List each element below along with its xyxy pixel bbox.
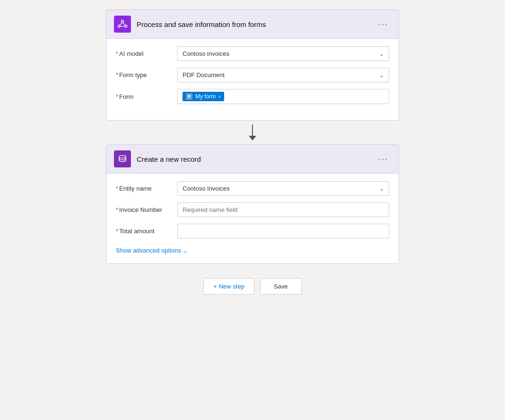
entity-name-control: Contoso Invoices ⌄ <box>177 181 389 196</box>
step2-card: Create a new record ··· *Entity name Con… <box>106 144 399 264</box>
step1-body: *AI model Contoso invoices ⌄ *Form type … <box>106 39 399 120</box>
save-button[interactable]: Save <box>260 278 302 295</box>
form-tag-input[interactable]: My form × <box>177 89 389 104</box>
entity-name-chevron-icon: ⌄ <box>379 185 384 192</box>
ai-model-required: * <box>116 50 118 57</box>
total-amount-label: *Total amount <box>116 228 177 235</box>
form-tag-label: My form <box>195 93 216 100</box>
form-type-required: * <box>116 71 118 79</box>
connector-arrow <box>249 136 256 140</box>
form-type-control: PDF Document ⌄ <box>177 68 389 82</box>
entity-name-value: Contoso Invoices <box>183 185 230 192</box>
invoice-number-input[interactable] <box>177 202 389 217</box>
total-amount-input[interactable] <box>177 224 389 238</box>
form-tag: My form × <box>183 92 224 101</box>
ai-model-select[interactable]: Contoso invoices ⌄ <box>177 46 389 61</box>
connector-line <box>252 124 253 136</box>
step2-menu-button[interactable]: ··· <box>375 153 391 165</box>
invoice-number-label: *Invoice Number <box>116 206 177 213</box>
invoice-number-required: * <box>116 206 118 213</box>
show-advanced-chevron-icon: ⌄ <box>183 247 188 254</box>
ai-builder-icon <box>117 19 128 29</box>
form-control: My form × <box>177 89 389 104</box>
flow-container: Process and save information from forms … <box>106 9 399 295</box>
total-amount-row: *Total amount <box>116 224 389 238</box>
show-advanced-button[interactable]: Show advanced options ⌄ <box>116 247 188 254</box>
form-type-chevron-icon: ⌄ <box>379 72 384 79</box>
total-amount-required: * <box>116 228 118 235</box>
show-advanced-label: Show advanced options <box>116 247 181 254</box>
form-label: *Form <box>116 93 177 100</box>
bottom-actions: + New step Save <box>203 278 301 295</box>
svg-point-7 <box>119 156 126 158</box>
step1-header: Process and save information from forms … <box>106 10 399 39</box>
form-type-value: PDF Document <box>183 71 225 79</box>
entity-name-required: * <box>116 185 118 192</box>
form-row: *Form My form × <box>116 89 389 104</box>
entity-name-select[interactable]: Contoso Invoices ⌄ <box>177 181 389 196</box>
form-type-select[interactable]: PDF Document ⌄ <box>177 68 389 82</box>
form-tag-close-button[interactable]: × <box>218 94 221 99</box>
new-step-button[interactable]: + New step <box>203 278 254 295</box>
step2-title: Create a new record <box>137 155 375 163</box>
entity-name-row: *Entity name Contoso Invoices ⌄ <box>116 181 389 196</box>
step1-title: Process and save information from forms <box>137 20 375 28</box>
svg-line-4 <box>122 22 125 26</box>
ai-model-control: Contoso invoices ⌄ <box>177 46 389 61</box>
dataverse-icon <box>117 154 128 164</box>
ai-model-label: *AI model <box>116 50 177 57</box>
step2-icon-container <box>114 150 131 167</box>
connector <box>249 121 256 144</box>
total-amount-control <box>177 224 389 238</box>
form-type-row: *Form type PDF Document ⌄ <box>116 68 389 82</box>
entity-name-label: *Entity name <box>116 185 177 192</box>
step1-icon-container <box>114 16 131 33</box>
ai-model-chevron-icon: ⌄ <box>379 51 384 57</box>
form-required: * <box>116 93 118 100</box>
svg-line-3 <box>120 22 122 26</box>
invoice-number-control <box>177 202 389 217</box>
step1-card: Process and save information from forms … <box>106 9 399 121</box>
ai-model-value: Contoso invoices <box>183 50 229 57</box>
ai-model-row: *AI model Contoso invoices ⌄ <box>116 46 389 61</box>
form-tag-icon <box>185 93 193 100</box>
form-type-label: *Form type <box>116 71 177 79</box>
invoice-number-row: *Invoice Number <box>116 202 389 217</box>
step2-body: *Entity name Contoso Invoices ⌄ *Invoice… <box>106 174 399 263</box>
step1-menu-button[interactable]: ··· <box>375 18 391 30</box>
step2-header: Create a new record ··· <box>106 145 399 174</box>
svg-point-0 <box>122 20 124 22</box>
